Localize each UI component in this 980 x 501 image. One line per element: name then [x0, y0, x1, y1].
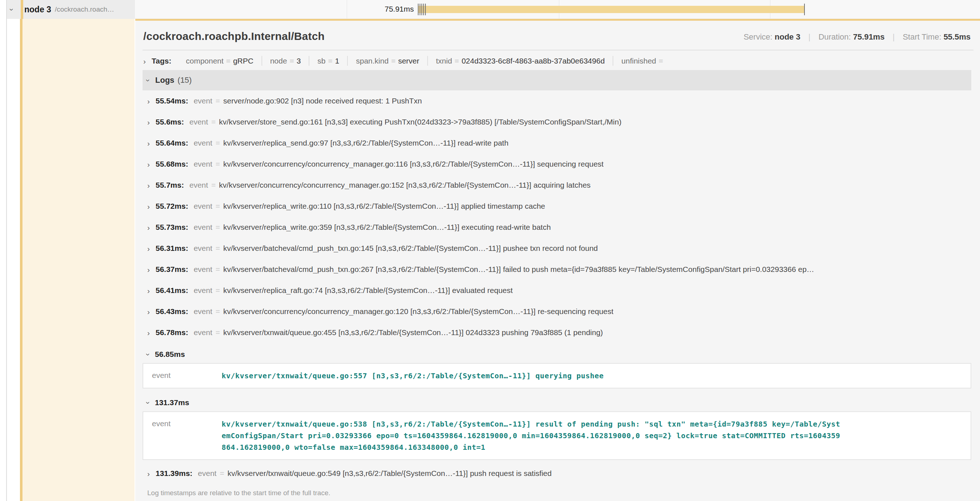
log-message: kv/kvserver/batcheval/cmd_push_txn.go:14… [223, 244, 598, 252]
log-row[interactable]: ›56.31ms:event=kv/kvserver/batcheval/cmd… [143, 238, 971, 259]
log-field-key: event [194, 244, 212, 252]
tag-key: span.kind [356, 57, 388, 65]
equals-sign: = [215, 265, 220, 273]
service-label: Service: [743, 32, 772, 41]
log-tick-mark [420, 4, 420, 15]
log-field-key: event [194, 329, 212, 337]
logs-footer-note: Log timestamps are relative to the start… [143, 484, 971, 501]
tag-value: server [398, 57, 419, 65]
span-service-name: node 3 [24, 5, 51, 14]
divider: | [808, 32, 811, 41]
log-timestamp: 56.31ms: [156, 244, 188, 252]
start-time-label: Start Time: [903, 32, 941, 41]
span-timeline-cell[interactable]: 75.91ms [135, 0, 980, 19]
logs-title: Logs [155, 75, 175, 85]
start-time-value: 55.5ms [943, 32, 970, 41]
tags-label: Tags: [152, 57, 171, 65]
log-message: kv/kvserver/batcheval/cmd_push_txn.go:26… [223, 265, 814, 273]
log-row[interactable]: ›55.6ms:event=kv/kvserver/store_send.go:… [143, 112, 971, 132]
trace-span-row[interactable]: › node 3 /cockroach.roach… 75.91ms [0, 0, 980, 19]
tag-item: txnid=024d3323-6c8f-4863-aa8b-37ab0e6349… [427, 56, 612, 66]
log-timestamp: 56.78ms: [156, 329, 188, 337]
chevron-down-icon: › [145, 79, 152, 82]
chevron-right-icon: › [147, 203, 150, 210]
log-field-key: event [143, 370, 222, 380]
log-row[interactable]: ›55.54ms:event=server/node.go:902 [n3] n… [143, 90, 971, 112]
span-detail-header: /cockroach.roachpb.Internal/Batch Servic… [143, 21, 974, 51]
tag-item: span.kind=server [347, 56, 427, 66]
tag-key: component [186, 57, 223, 65]
log-message: kv/kvserver/store_send.go:161 [n3,s3] ex… [219, 118, 622, 126]
log-row-expanded-toggle[interactable]: ›56.85ms [143, 343, 971, 362]
tag-value: 1 [335, 57, 339, 65]
equals-sign: = [215, 97, 220, 105]
log-event-detail-box: eventkv/kvserver/txnwait/queue.go:557 [n… [143, 363, 971, 388]
log-message: kv/kvserver/concurrency/concurrency_mana… [223, 160, 604, 168]
log-event-value: kv/kvserver/txnwait/queue.go:557 [n3,s3,… [222, 370, 614, 381]
collapse-chevron-icon[interactable]: › [8, 8, 16, 11]
tag-key: sb [317, 57, 325, 65]
equals-sign: = [391, 57, 395, 65]
log-tick-mark [418, 4, 418, 15]
log-row[interactable]: ›56.78ms:event=kv/kvserver/txnwait/queue… [143, 322, 971, 343]
span-operation-name: /cockroach.roach… [55, 5, 114, 13]
tag-value: 3 [297, 57, 301, 65]
log-row[interactable]: ›55.64ms:event=kv/kvserver/replica_send.… [143, 132, 971, 153]
chevron-right-icon: › [143, 57, 146, 65]
service-value: node 3 [775, 32, 800, 41]
equals-sign: = [226, 57, 230, 65]
equals-sign: = [215, 329, 220, 337]
log-message: kv/kvserver/txnwait/queue.go:455 [n3,s3,… [223, 329, 603, 337]
logs-count: (15) [178, 75, 192, 85]
chevron-right-icon: › [147, 139, 150, 147]
tag-item: unfinished= [612, 56, 673, 66]
equals-sign: = [215, 244, 220, 252]
log-row[interactable]: ›56.43ms:event=kv/kvserver/concurrency/c… [143, 301, 971, 322]
equals-sign: = [212, 181, 216, 189]
tag-value: 024d3323-6c8f-4863-aa8b-37ab0e63496d [462, 57, 605, 65]
span-name-cell[interactable]: › node 3 /cockroach.roach… [7, 0, 135, 19]
chevron-right-icon: › [147, 308, 150, 316]
span-bar[interactable] [418, 6, 805, 13]
log-timestamp: 131.39ms: [156, 469, 192, 477]
log-row[interactable]: ›55.68ms:event=kv/kvserver/concurrency/c… [143, 153, 971, 175]
log-tick-mark [422, 4, 422, 15]
log-row[interactable]: ›55.72ms:event=kv/kvserver/replica_write… [143, 196, 971, 217]
chevron-right-icon: › [147, 182, 150, 189]
equals-sign: = [215, 160, 220, 168]
log-field-key: event [194, 202, 212, 210]
log-row[interactable]: ›56.37ms:event=kv/kvserver/batcheval/cmd… [143, 259, 971, 280]
log-row[interactable]: ›56.41ms:event=kv/kvserver/replica_raft.… [143, 280, 971, 301]
span-color-accent [21, 0, 23, 19]
log-timestamp: 56.37ms: [156, 265, 188, 273]
log-timestamp: 55.7ms: [156, 181, 184, 189]
tag-list: component=gRPCnode=3sb=1span.kind=server… [178, 57, 673, 65]
log-field-key: event [194, 139, 212, 147]
log-field-key: event [194, 286, 212, 294]
log-row-expanded-toggle[interactable]: ›131.37ms [143, 391, 971, 411]
chevron-right-icon: › [147, 266, 150, 273]
log-row[interactable]: ›55.7ms:event=kv/kvserver/concurrency/co… [143, 175, 971, 196]
equals-sign: = [455, 57, 459, 65]
tag-item: node=3 [261, 56, 309, 66]
tags-section-toggle[interactable]: › Tags: component=gRPCnode=3sb=1span.kin… [143, 51, 974, 70]
equals-sign: = [659, 57, 663, 65]
span-detail-title: /cockroach.roachpb.Internal/Batch [143, 30, 325, 43]
tag-value: gRPC [233, 57, 253, 65]
log-timestamp: 55.73ms: [156, 223, 188, 231]
equals-sign: = [215, 139, 220, 147]
tag-key: node [270, 57, 287, 65]
timeline-gridline [347, 0, 347, 19]
log-row[interactable]: ›55.73ms:event=kv/kvserver/replica_write… [143, 217, 971, 238]
logs-section-toggle[interactable]: › Logs (15) [143, 70, 971, 90]
log-row[interactable]: ›131.39ms:event=kv/kvserver/txnwait/queu… [143, 463, 971, 484]
equals-sign: = [215, 308, 220, 316]
log-field-key: event [189, 181, 208, 189]
log-timestamp: 56.43ms: [156, 308, 188, 316]
tag-key: txnid [436, 57, 452, 65]
log-message: kv/kvserver/concurrency/concurrency_mana… [223, 308, 614, 316]
divider: | [892, 32, 895, 41]
chevron-right-icon: › [147, 118, 150, 126]
equals-sign: = [215, 202, 220, 210]
log-tick-mark [804, 4, 805, 15]
